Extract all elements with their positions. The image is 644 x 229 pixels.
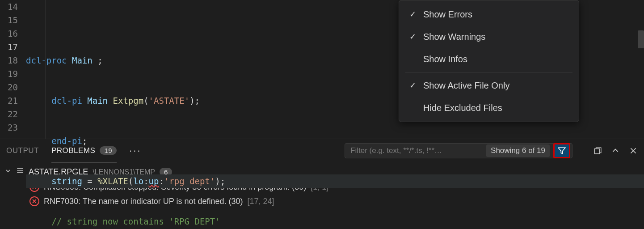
menu-separator bbox=[405, 72, 572, 72]
check-icon: ✓ bbox=[408, 81, 417, 90]
menu-show-infos[interactable]: Show Infos bbox=[399, 48, 579, 70]
menu-label: Show Warnings bbox=[423, 32, 485, 42]
menu-show-warnings[interactable]: ✓ Show Warnings bbox=[399, 25, 579, 48]
check-icon: ✓ bbox=[408, 32, 417, 42]
chevron-down-icon[interactable] bbox=[4, 167, 12, 177]
line-number: 14 bbox=[0, 0, 18, 13]
line-number: 16 bbox=[0, 27, 18, 40]
check-icon: ✓ bbox=[408, 9, 417, 19]
collapse-all-icon[interactable] bbox=[16, 167, 24, 177]
code-line[interactable]: end-pi; bbox=[26, 134, 644, 148]
code-line[interactable]: string = %XLATE(lo:up:'rpg dept'); bbox=[26, 174, 644, 188]
menu-active-file-only[interactable]: ✓ Show Active File Only bbox=[399, 74, 579, 97]
scrollbar-thumb[interactable] bbox=[638, 30, 644, 48]
line-number: 21 bbox=[0, 94, 18, 107]
line-number: 23 bbox=[0, 121, 18, 134]
line-number: 19 bbox=[0, 67, 18, 81]
line-number: 15 bbox=[0, 13, 18, 27]
filter-context-menu: ✓ Show Errors ✓ Show Warnings Show Infos… bbox=[399, 0, 579, 122]
line-number: 17 bbox=[0, 40, 18, 54]
line-number: 20 bbox=[0, 81, 18, 94]
menu-label: Show Errors bbox=[423, 9, 472, 20]
line-number: 18 bbox=[0, 54, 18, 67]
line-number: 22 bbox=[0, 107, 18, 121]
menu-label: Hide Excluded Files bbox=[423, 103, 502, 113]
menu-label: Show Infos bbox=[423, 54, 467, 64]
code-line[interactable]: // string now contains 'RPG DEPT' bbox=[26, 215, 644, 228]
line-gutter: 14 15 16 17 18 19 20 21 22 23 bbox=[0, 0, 26, 139]
menu-label: Show Active File Only bbox=[423, 81, 509, 91]
menu-hide-excluded[interactable]: Hide Excluded Files bbox=[399, 97, 579, 119]
menu-show-errors[interactable]: ✓ Show Errors bbox=[399, 3, 579, 25]
